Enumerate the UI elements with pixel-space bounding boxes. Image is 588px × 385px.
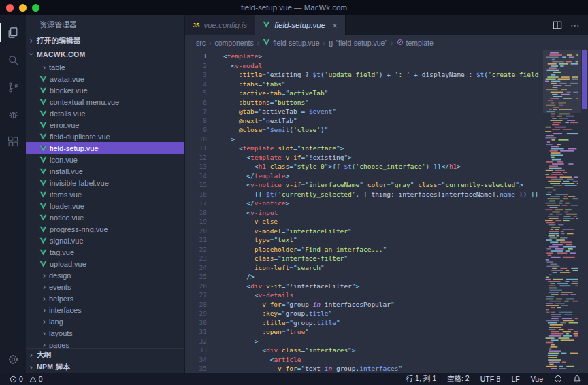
tree-folder-lang[interactable]: ›lang bbox=[26, 316, 184, 327]
tree-file-items.vue[interactable]: items.vue bbox=[26, 188, 184, 200]
vue-file-icon bbox=[39, 180, 50, 186]
status-item-2[interactable]: UTF-8 bbox=[480, 375, 501, 383]
code-line: <template> bbox=[223, 52, 543, 61]
sidebar-sections: ›打开的编辑器›MACWK.COM bbox=[26, 34, 184, 61]
tree-file-field-setup.vue[interactable]: field-setup.vue bbox=[26, 142, 184, 154]
vue-file-icon bbox=[263, 21, 270, 29]
source-control-icon[interactable] bbox=[0, 73, 26, 101]
extensions-icon[interactable] bbox=[0, 128, 26, 155]
tab-vue.config.js[interactable]: JSvue.config.js bbox=[185, 15, 255, 35]
explorer-title: 资源管理器 bbox=[26, 15, 184, 34]
bell-icon[interactable] bbox=[573, 375, 581, 383]
chevron-right-icon: › bbox=[323, 39, 326, 47]
tree-file-invisible-label.vue[interactable]: invisible-label.vue bbox=[26, 177, 184, 188]
tree-item-label: layouts bbox=[49, 329, 73, 337]
problems-indicator[interactable]: 0 0 bbox=[10, 375, 47, 383]
breadcrumb-item-template[interactable]: template bbox=[397, 39, 434, 47]
warning-icon bbox=[29, 375, 37, 383]
line-number: 32 bbox=[185, 337, 207, 346]
tree-folder-table[interactable]: ›table bbox=[26, 61, 184, 73]
tree-folder-layouts[interactable]: ›layouts bbox=[26, 327, 184, 339]
line-number: 18 bbox=[185, 208, 207, 218]
vue-file-icon bbox=[39, 99, 50, 105]
code-line: :active-tab="activeTab" bbox=[223, 88, 543, 98]
tree-item-label: error.vue bbox=[50, 121, 79, 129]
line-number: 10 bbox=[185, 135, 207, 144]
vue-file-icon bbox=[39, 87, 50, 94]
status-item-0[interactable]: 行 1, 列 1 bbox=[406, 374, 436, 384]
minimize-window-button[interactable] bbox=[19, 4, 27, 12]
line-number: 7 bbox=[185, 107, 207, 116]
tree-file-icon.vue[interactable]: icon.vue bbox=[26, 154, 184, 165]
file-tree: ›tableavatar.vueblocker.vuecontextual-me… bbox=[26, 61, 184, 350]
breadcrumb-item-field-setup.vue[interactable]: {}"field-setup.vue" bbox=[329, 39, 387, 47]
explorer-icon[interactable] bbox=[0, 19, 26, 46]
sidebar-section-打开的编辑器[interactable]: ›打开的编辑器 bbox=[26, 34, 184, 48]
status-item-4[interactable]: Vue bbox=[531, 375, 543, 383]
tree-file-tag.vue[interactable]: tag.vue bbox=[26, 246, 184, 258]
line-number: 4 bbox=[185, 80, 207, 89]
editor-scrollbar[interactable] bbox=[581, 50, 588, 373]
breadcrumb-item-field-setup.vue[interactable]: field-setup.vue bbox=[263, 39, 319, 47]
tree-file-progress-ring.vue[interactable]: progress-ring.vue bbox=[26, 223, 184, 235]
tab-field-setup.vue[interactable]: field-setup.vue× bbox=[255, 15, 345, 35]
tree-file-blocker.vue[interactable]: blocker.vue bbox=[26, 84, 184, 96]
activity-bar-spacer bbox=[0, 155, 26, 346]
code-line: v-for="group in interfacesPopular" bbox=[223, 300, 543, 309]
tree-item-label: tag.vue bbox=[50, 248, 74, 256]
manage-gear-icon[interactable] bbox=[0, 346, 26, 373]
workbench-body: 资源管理器 ›打开的编辑器›MACWK.COM ›tableavatar.vue… bbox=[0, 15, 588, 373]
tree-item-label: blocker.vue bbox=[50, 86, 88, 95]
line-number: 11 bbox=[185, 144, 207, 153]
tree-file-avatar.vue[interactable]: avatar.vue bbox=[26, 73, 184, 84]
tree-item-label: contextual-menu.vue bbox=[50, 98, 119, 106]
close-window-button[interactable] bbox=[6, 4, 14, 12]
sidebar-section-NPM 脚本[interactable]: ›NPM 脚本 bbox=[26, 361, 184, 373]
search-icon[interactable] bbox=[0, 46, 26, 73]
vue-file-icon bbox=[39, 156, 50, 163]
code-editor[interactable]: <template> <v-modal :title="existing ? $… bbox=[212, 50, 543, 373]
status-left: 0 0 bbox=[10, 375, 47, 383]
split-editor-icon[interactable] bbox=[553, 20, 562, 30]
warning-count: 0 bbox=[39, 375, 43, 383]
line-number: 25 bbox=[185, 272, 207, 282]
tree-file-details.vue[interactable]: details.vue bbox=[26, 107, 184, 119]
line-number: 21 bbox=[185, 235, 207, 245]
chevron-right-icon: › bbox=[39, 317, 49, 327]
breadcrumb-item-src[interactable]: src bbox=[196, 39, 206, 47]
debug-icon[interactable] bbox=[0, 101, 26, 128]
tab-label: field-setup.vue bbox=[274, 21, 325, 29]
scrollbar-thumb[interactable] bbox=[582, 50, 587, 109]
tab-close-icon[interactable]: × bbox=[332, 21, 338, 30]
tree-file-field-duplicate.vue[interactable]: field-duplicate.vue bbox=[26, 131, 184, 142]
editor-group: JSvue.config.jsfield-setup.vue× ⋯ src›co… bbox=[185, 15, 588, 373]
tree-file-loader.vue[interactable]: loader.vue bbox=[26, 200, 184, 212]
chevron-right-icon: › bbox=[26, 36, 37, 46]
breadcrumb-item-components[interactable]: components bbox=[215, 39, 254, 47]
line-numbers: 1234567891011121314151617181920212223242… bbox=[185, 50, 212, 373]
tree-file-signal.vue[interactable]: signal.vue bbox=[26, 235, 184, 246]
tree-file-error.vue[interactable]: error.vue bbox=[26, 119, 184, 131]
tree-folder-events[interactable]: ›events bbox=[26, 281, 184, 292]
zoom-window-button[interactable] bbox=[32, 4, 39, 12]
status-item-3[interactable]: LF bbox=[511, 375, 519, 383]
minimap[interactable] bbox=[543, 50, 581, 373]
tree-item-label: pages bbox=[49, 341, 69, 349]
more-actions-icon[interactable]: ⋯ bbox=[570, 20, 580, 31]
tree-file-contextual-menu.vue[interactable]: contextual-menu.vue bbox=[26, 96, 184, 107]
code-line: :open="true" bbox=[223, 327, 543, 337]
feedback-icon[interactable] bbox=[554, 375, 562, 383]
minimap-slider[interactable] bbox=[543, 50, 581, 113]
tree-item-label: helpers bbox=[49, 295, 74, 303]
tree-item-label: details.vue bbox=[50, 110, 86, 118]
tree-folder-interfaces[interactable]: ›interfaces bbox=[26, 304, 184, 316]
sidebar-section-大纲[interactable]: ›大纲 bbox=[26, 348, 184, 361]
tree-file-notice.vue[interactable]: notice.vue bbox=[26, 212, 184, 223]
sidebar-section-MACWK.COM[interactable]: ›MACWK.COM bbox=[26, 48, 184, 61]
chevron-right-icon: › bbox=[257, 39, 260, 47]
status-item-1[interactable]: 空格: 2 bbox=[447, 374, 470, 384]
tree-file-upload.vue[interactable]: upload.vue bbox=[26, 258, 184, 269]
tree-folder-design[interactable]: ›design bbox=[26, 269, 184, 281]
tree-folder-helpers[interactable]: ›helpers bbox=[26, 292, 184, 304]
tree-file-install.vue[interactable]: install.vue bbox=[26, 165, 184, 177]
